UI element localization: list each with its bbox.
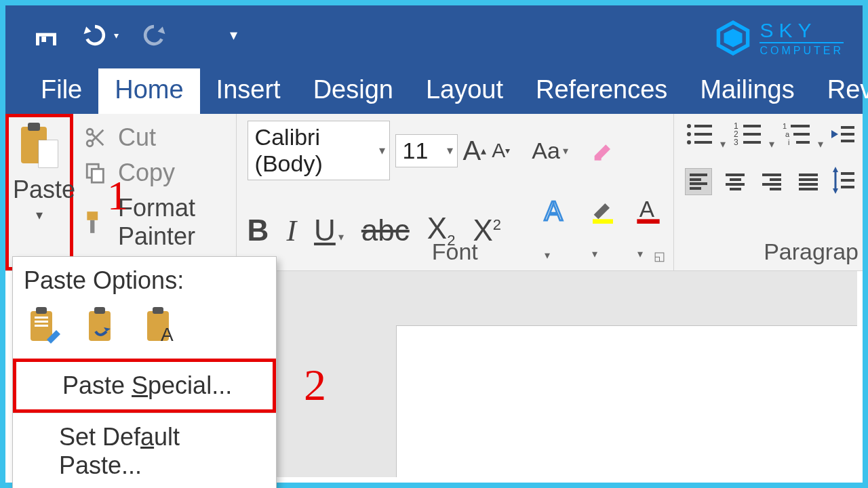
grow-font-button[interactable]: A▴ — [463, 136, 487, 166]
format-painter-icon — [83, 209, 108, 235]
watermark-logo: SKY COMPUTER — [715, 19, 844, 57]
svg-rect-24 — [694, 125, 712, 127]
copy-icon — [83, 160, 108, 186]
clear-formatting-button[interactable] — [590, 136, 617, 165]
svg-rect-55 — [35, 325, 48, 327]
decrease-indent-button[interactable] — [831, 121, 856, 150]
svg-rect-56 — [89, 311, 111, 341]
font-group: Calibri (Body)▾ 11▾ A▴ A▾ Aa▾ B I U▾ abc… — [237, 114, 674, 270]
align-right-button[interactable] — [758, 168, 785, 195]
paste-icon — [20, 123, 59, 170]
svg-rect-1 — [36, 25, 56, 33]
cut-label: Cut — [118, 123, 156, 152]
tab-references[interactable]: References — [519, 68, 684, 114]
undo-button[interactable]: ▾ — [80, 20, 119, 50]
svg-point-25 — [687, 132, 691, 136]
svg-rect-52 — [36, 307, 47, 314]
paste-dropdown-menu: Paste Options: A Paste Special... Set De… — [12, 256, 277, 488]
svg-rect-18 — [595, 156, 601, 161]
paste-options-header: Paste Options: — [13, 257, 276, 302]
svg-marker-41 — [831, 130, 838, 138]
svg-rect-15 — [92, 169, 103, 182]
cut-button[interactable]: Cut — [83, 123, 229, 152]
paragraph-group-label: Paragrap — [674, 239, 863, 265]
svg-text:i: i — [788, 138, 789, 146]
svg-rect-34 — [743, 141, 761, 144]
set-default-paste-menuitem[interactable]: Set Default Paste... — [13, 413, 276, 488]
svg-rect-43 — [841, 133, 854, 136]
tab-review[interactable]: Review — [811, 68, 868, 114]
svg-rect-22 — [637, 219, 659, 224]
svg-rect-20 — [593, 219, 613, 224]
font-name-value: Calibri (Body) — [255, 124, 323, 176]
shrink-font-button[interactable]: A▾ — [492, 139, 510, 162]
svg-rect-9 — [39, 140, 58, 167]
undo-dropdown-caret[interactable]: ▾ — [114, 30, 119, 41]
align-left-button[interactable] — [685, 168, 712, 195]
svg-rect-60 — [153, 307, 163, 314]
svg-rect-32 — [743, 133, 761, 136]
svg-rect-49 — [841, 179, 854, 182]
format-painter-button[interactable]: Format Painter — [83, 194, 229, 251]
font-dialog-launcher[interactable]: ◱ — [654, 249, 665, 264]
tab-design[interactable]: Design — [297, 68, 410, 114]
svg-marker-47 — [833, 188, 838, 194]
svg-marker-46 — [833, 167, 838, 172]
svg-rect-50 — [841, 186, 854, 188]
tab-home[interactable]: Home — [98, 68, 199, 114]
merge-formatting-icon[interactable] — [85, 307, 123, 348]
font-name-select[interactable]: Calibri (Body)▾ — [248, 121, 390, 180]
svg-rect-3 — [41, 37, 46, 42]
svg-rect-26 — [694, 133, 712, 136]
bullets-button[interactable]: ▾ — [685, 121, 726, 150]
keep-source-formatting-icon[interactable] — [26, 307, 64, 348]
callout-number-1: 1 — [107, 171, 128, 220]
svg-rect-57 — [94, 307, 105, 314]
logo-line2: COMPUTER — [760, 42, 844, 57]
font-group-label: Font — [237, 239, 673, 265]
redo-button[interactable] — [139, 20, 169, 50]
svg-text:A: A — [639, 197, 655, 222]
svg-rect-40 — [796, 141, 810, 144]
keep-text-only-icon[interactable]: A — [143, 307, 181, 348]
tab-file[interactable]: File — [24, 68, 98, 114]
font-size-value: 11 — [403, 138, 429, 163]
save-button[interactable] — [33, 22, 60, 49]
svg-rect-30 — [743, 125, 761, 127]
tab-insert[interactable]: Insert — [200, 68, 297, 114]
chevron-down-icon: ▾ — [379, 143, 385, 158]
app-window: ▾ ▾ SKY COMPUTER File Home Insert Design… — [5, 5, 863, 483]
font-size-select[interactable]: 11▾ — [395, 134, 458, 167]
copy-button[interactable]: Copy — [83, 159, 229, 187]
align-center-button[interactable] — [722, 168, 749, 195]
tab-layout[interactable]: Layout — [410, 68, 519, 114]
line-spacing-button[interactable] — [831, 167, 856, 197]
paragraph-group: ▾ 123▾ 1ai▾ Paragrap — [674, 114, 863, 270]
justify-button[interactable] — [795, 168, 822, 195]
numbering-button[interactable]: 123▾ — [734, 121, 774, 150]
paste-label: Paste — [13, 176, 66, 204]
format-painter-label: Format Painter — [118, 194, 229, 251]
tab-mailings[interactable]: Mailings — [684, 68, 810, 114]
customize-qat-button[interactable]: ▾ — [230, 26, 237, 44]
ribbon-tabs: File Home Insert Design Layout Reference… — [5, 65, 863, 114]
svg-text:3: 3 — [734, 138, 738, 147]
multilevel-list-button[interactable]: 1ai▾ — [783, 121, 823, 150]
change-case-button[interactable]: Aa▾ — [532, 138, 568, 164]
paste-dropdown-caret[interactable]: ▾ — [13, 207, 66, 223]
svg-point-23 — [687, 124, 691, 128]
svg-rect-53 — [35, 317, 48, 319]
paste-special-menuitem[interactable]: Paste Special... — [13, 359, 276, 413]
svg-rect-54 — [35, 321, 48, 323]
svg-text:A: A — [161, 324, 174, 345]
svg-rect-7 — [28, 123, 40, 131]
svg-text:1: 1 — [783, 122, 787, 130]
svg-marker-5 — [724, 29, 743, 47]
svg-rect-42 — [841, 126, 854, 129]
document-page[interactable] — [396, 325, 857, 477]
svg-rect-44 — [841, 140, 854, 142]
svg-rect-17 — [90, 220, 94, 233]
quick-access-toolbar: ▾ ▾ SKY COMPUTER — [5, 5, 863, 65]
paste-split-button[interactable]: Paste ▾ — [5, 114, 73, 270]
svg-rect-36 — [791, 125, 810, 127]
